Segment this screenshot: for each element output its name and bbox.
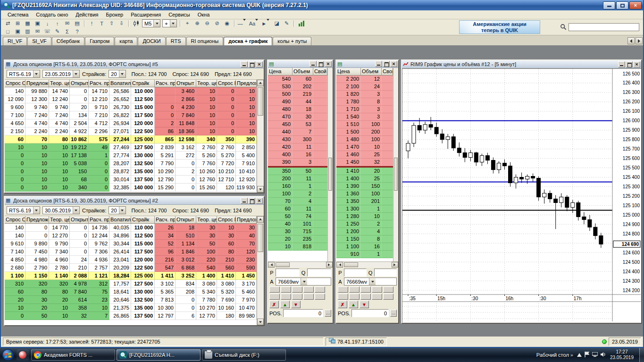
interval-select[interactable]: M5 [142,19,160,27]
board-cell[interactable]: 0 [70,240,89,248]
board-cell[interactable]: 0 [89,184,109,192]
board-cell[interactable]: 10 [196,87,217,95]
volume-cell[interactable]: 8 [361,236,382,243]
board-cell[interactable]: 10 [236,119,257,127]
own-cell[interactable] [382,175,393,183]
board-cell[interactable]: 5 038 [70,160,89,168]
price-cell[interactable]: 530 [268,83,293,91]
messages-icon[interactable]: ✉ [33,28,42,35]
board-cell[interactable]: 6 868 [176,264,196,272]
notes-icon[interactable]: ✎ [53,28,62,35]
board-cell[interactable]: 150 [70,168,89,176]
bid-row[interactable]: 1 3001 [336,205,393,213]
own-cell[interactable] [313,121,327,128]
own-cell[interactable] [382,190,393,198]
bid-row[interactable]: 6011 [268,205,327,213]
ask-row[interactable]: 1 8203 [336,91,393,98]
export-data-icon[interactable]: ↓ [43,20,52,27]
zoom-out-icon[interactable]: ⊖ [203,20,212,27]
board-cell[interactable]: 590 [236,264,257,272]
board-cell[interactable]: 10 [5,304,25,312]
board-cell[interactable]: 135 000 [131,304,155,312]
own-cell[interactable] [313,91,327,98]
board-cell[interactable]: 10 270 [196,304,217,312]
horizontal-scrollbar[interactable] [268,261,333,268]
board-cell[interactable]: 2 [155,119,176,127]
eraser-icon[interactable]: ◪ [272,20,281,27]
board-cell[interactable]: 10 [25,168,49,176]
board-cell[interactable]: 99 880 [25,87,49,95]
board-cell[interactable]: 30 [196,232,217,240]
board-cell[interactable]: 4 980 [25,256,49,264]
board-cell[interactable]: 7 840 [176,111,196,119]
price-cell[interactable]: 200 [268,175,293,183]
board-cell[interactable]: 7 790 [155,160,176,168]
volume-cell[interactable]: 16 [293,151,313,159]
ask-row[interactable]: 1 46025 [336,151,393,159]
menu-item-2[interactable]: Создать окно [32,11,72,18]
own-cell[interactable] [382,76,393,83]
board-cell[interactable]: 10 470 [236,304,257,312]
price-cell[interactable]: 2 100 [336,83,361,91]
board-cell[interactable]: 127 500 [131,280,155,288]
board-cell[interactable]: 2 780 [49,264,70,272]
price-cell[interactable]: 1 450 [336,159,361,166]
quick-button[interactable] [338,294,348,300]
board-cell[interactable]: 3 162 [176,143,196,152]
vertical-scrollbar[interactable] [257,216,264,325]
scroll-up-icon[interactable] [257,80,264,86]
board-cell[interactable]: 1 100 [5,272,25,280]
board-cell[interactable]: 216 [155,256,176,264]
own-cell[interactable] [313,151,327,159]
price-cell[interactable]: 430 [268,136,293,143]
volume-cell[interactable]: 100 [361,136,382,143]
board-cell[interactable]: 5 460 [236,288,257,296]
board-cell[interactable]: 7 760 [196,160,217,168]
quick-button[interactable] [360,294,371,300]
board-cell[interactable]: 1 [89,152,109,160]
board-cell[interactable]: 135 000 [131,168,155,176]
price-cell[interactable]: 30 [268,228,293,236]
board-cell[interactable]: 220 [196,256,217,264]
board-cell[interactable]: 12 300 [25,95,49,103]
price-cell[interactable]: 350 [268,168,293,175]
instrument-select[interactable]: RTS-6.19 [7,206,40,214]
bid-row[interactable]: 10818 [268,243,327,251]
price-cell[interactable]: 420 [268,143,293,151]
own-cell[interactable] [313,175,327,183]
board-cell[interactable]: 10 [49,168,70,176]
board-cell[interactable]: 140 000 [131,184,155,192]
price-cell[interactable]: 1 300 [336,205,361,213]
quick-button[interactable] [281,294,291,300]
board-cell[interactable]: 272 [176,152,196,160]
volume-cell[interactable]: 3 [361,113,382,121]
board-cell[interactable]: 32,385 [109,184,131,192]
close-button[interactable] [633,61,640,67]
import-data-icon[interactable]: ↑ [53,20,62,27]
board-cell[interactable]: 110 000 [131,87,155,95]
board-cell[interactable]: 26,414 [109,248,131,256]
cancel-order-button[interactable]: ✗ [269,301,279,308]
board-cell[interactable]: 117 500 [131,111,155,119]
order-book-table[interactable]: ЦенаОбъемСвой2 200122 100241 82031 78081… [336,68,393,261]
desktop-toolbar[interactable]: Рабочий стол» [536,352,573,358]
minimize-button[interactable] [603,1,615,9]
board-cell[interactable]: 17 138 [70,152,89,160]
price-chart[interactable]: 126 500126 400126 300126 200126 100126 0… [402,69,641,321]
board-cell[interactable]: 2 240 [25,127,49,135]
board-cell[interactable]: 122 500 [131,264,155,272]
price-cell[interactable]: 540 [268,76,293,83]
board-cell[interactable]: 3 012 [176,256,196,264]
close-button[interactable] [256,61,263,67]
board-cell[interactable]: 9 710 [89,103,109,111]
quick-button[interactable] [315,294,325,300]
board-cell[interactable]: 10 [236,87,257,95]
board-cell[interactable]: 2 760 [217,143,236,152]
tab-1[interactable]: RI_VF [3,37,27,45]
board-cell[interactable]: 50 [25,312,49,320]
board-cell[interactable]: 5 365 [155,288,176,296]
quick-button[interactable] [315,286,325,293]
board-cell[interactable]: 2 088 [70,272,89,280]
volume-cell[interactable]: 201 [361,198,382,205]
board-cell[interactable]: 9 610 [5,240,25,248]
